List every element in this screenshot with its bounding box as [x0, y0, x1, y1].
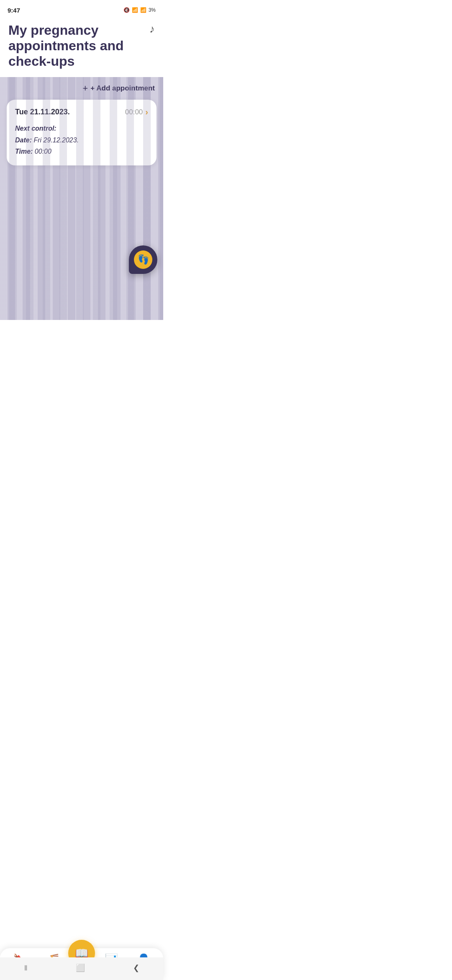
chevron-right-icon[interactable]: ›: [145, 107, 148, 117]
next-control-label: Next control:: [15, 123, 148, 134]
footprint-icon: 👣: [138, 254, 149, 265]
wifi-icon: 📶: [132, 7, 138, 13]
card-time: 00:00: [125, 108, 143, 116]
next-date-row: Date: Fri 29.12.2023.: [15, 134, 148, 146]
signal-icon: 📶: [140, 7, 146, 13]
status-time: 9:47: [8, 7, 20, 14]
next-time-row: Time: 00:00: [15, 146, 148, 157]
card-date: Tue 21.11.2023.: [15, 108, 70, 116]
status-bar: 9:47 🔇 📶 📶 3%: [0, 0, 163, 18]
plus-icon: +: [82, 84, 88, 93]
fab-button[interactable]: 👣: [129, 245, 157, 274]
page-title: My pregnancy appointments and check-ups: [8, 23, 142, 69]
battery-text: 3%: [149, 7, 156, 13]
add-appointment-label: + Add appointment: [90, 84, 155, 93]
status-icons: 🔇 📶 📶 3%: [123, 7, 156, 13]
appointment-card[interactable]: Tue 21.11.2023. 00:00 › Next control: Da…: [7, 100, 157, 165]
music-icon[interactable]: ♪: [149, 23, 155, 36]
card-header: Tue 21.11.2023. 00:00 ›: [15, 107, 148, 117]
main-content: + + Add appointment Tue 21.11.2023. 00:0…: [0, 77, 163, 320]
card-time-row: 00:00 ›: [125, 107, 148, 117]
header: My pregnancy appointments and check-ups …: [0, 18, 163, 77]
mute-icon: 🔇: [123, 7, 130, 13]
add-appointment-button[interactable]: + + Add appointment: [7, 84, 157, 93]
card-body: Next control: Date: Fri 29.12.2023. Time…: [15, 123, 148, 157]
fab-inner: 👣: [134, 250, 152, 269]
